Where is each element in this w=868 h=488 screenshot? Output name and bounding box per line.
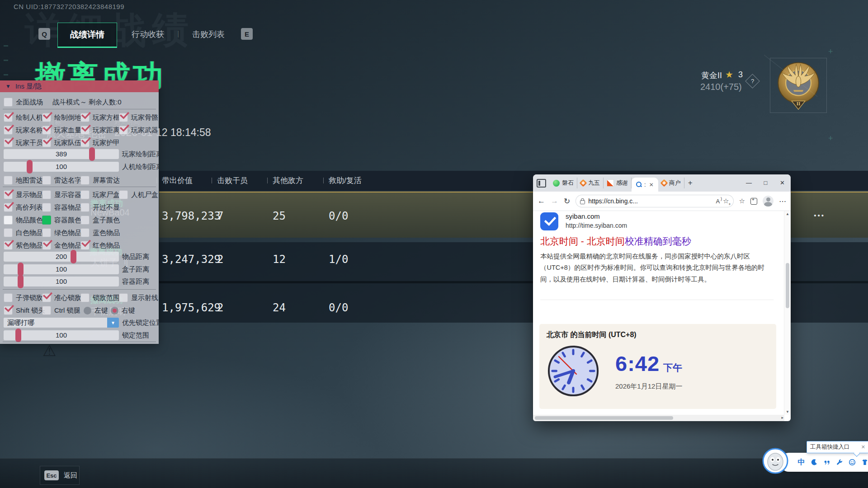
read-aloud-icon[interactable]: A <box>716 198 720 205</box>
scrollbar-thumb[interactable] <box>786 263 789 308</box>
ai-draw-distance-slider[interactable]: 100 <box>4 162 119 172</box>
smiley-icon[interactable] <box>848 459 856 466</box>
result-url[interactable]: http://time.syiban.com <box>566 222 627 229</box>
menu-checkbox[interactable]: 紫色物品 <box>4 240 43 251</box>
player-draw-distance-slider[interactable]: 389 <box>4 149 119 159</box>
url-text[interactable]: https://cn.bing.c... <box>588 197 712 205</box>
menu-checkbox[interactable]: 玩家武器 <box>119 125 158 136</box>
menu-checkbox[interactable]: 玩家血量 <box>42 125 81 136</box>
scroll-down-icon[interactable]: ▼ <box>784 410 791 414</box>
menu-checkbox[interactable]: 玩家距离 <box>80 125 120 136</box>
slider-handle[interactable] <box>15 328 21 342</box>
menu-checkbox[interactable]: 人机尸盒 <box>119 189 158 200</box>
container-distance-slider[interactable]: 100 <box>4 277 119 286</box>
menu-checkbox[interactable]: 地图雷达 <box>4 175 43 186</box>
menu-checkbox[interactable]: 玩家队伍 <box>42 137 81 148</box>
slider-handle[interactable] <box>89 147 95 161</box>
menu-checkbox[interactable]: 绿色物品 <box>42 227 81 238</box>
horizontal-scrollbar[interactable]: ▸ <box>533 415 784 421</box>
collections-icon[interactable] <box>750 198 757 205</box>
tab-battle-detail[interactable]: 战绩详情 <box>57 23 117 48</box>
browser-tab[interactable]: 磐石 <box>550 178 577 188</box>
menu-checkbox[interactable]: 玩家名称 <box>4 125 43 136</box>
slider-handle[interactable] <box>71 250 76 263</box>
menu-checkbox[interactable]: 高价列表 <box>4 202 43 213</box>
vertical-scrollbar[interactable]: ▲ ▼ <box>784 211 791 415</box>
chevron-down-icon[interactable]: ▼ <box>107 318 119 328</box>
box-distance-slider[interactable]: 100 <box>4 264 119 274</box>
cheat-menu-header[interactable]: ▼ Ins 显/隐 <box>0 80 159 92</box>
menu-checkbox[interactable]: 绘制倒地 <box>42 112 81 123</box>
slider-handle[interactable] <box>18 263 24 276</box>
color-picker[interactable]: 容器颜色 <box>42 215 81 225</box>
menu-checkbox[interactable]: 白色物品 <box>4 227 43 238</box>
close-icon[interactable]: ✕ <box>861 444 865 450</box>
menu-checkbox[interactable]: 子弹锁敌 <box>4 292 43 303</box>
menu-checkbox[interactable]: 全面战场 <box>4 97 43 108</box>
qq-avatar[interactable] <box>762 448 788 476</box>
menu-checkbox[interactable]: 玩家干员 <box>4 137 43 148</box>
tab-action-loot[interactable]: 行动收获 <box>121 23 175 46</box>
more-menu-icon[interactable]: ⋯ <box>779 197 786 206</box>
menu-checkbox[interactable]: 屏幕雷达 <box>80 175 120 186</box>
menu-checkbox[interactable]: 开过不显 <box>80 202 120 213</box>
back-button[interactable]: ← <box>538 197 545 206</box>
menu-checkbox[interactable]: Shift 锁头 <box>4 305 45 316</box>
menu-checkbox[interactable]: 玩家尸盒 <box>80 189 120 200</box>
forward-button[interactable]: → <box>551 197 558 206</box>
result-domain[interactable]: syiban.com <box>566 212 600 220</box>
new-tab-button[interactable]: + <box>688 178 693 188</box>
refresh-button[interactable]: ↻ <box>564 197 570 206</box>
slider-handle[interactable] <box>18 275 24 288</box>
row-more-button[interactable]: ••• <box>814 192 825 238</box>
priority-dropdown[interactable]: 漏哪打哪 ▼ <box>4 318 119 328</box>
menu-checkbox[interactable]: 显示射线 <box>119 292 158 303</box>
browser-tab[interactable]: 九五 <box>577 178 604 188</box>
chinese-input-icon[interactable]: 中 <box>797 459 805 466</box>
menu-checkbox[interactable]: 玩家骨骼 <box>119 112 158 123</box>
browser-tab-active[interactable]: :✕ <box>632 178 658 192</box>
color-picker[interactable]: 物品颜色 <box>4 215 43 225</box>
slider-handle[interactable] <box>27 160 33 174</box>
menu-checkbox[interactable]: 准心锁敌 <box>42 292 81 303</box>
menu-checkbox[interactable]: 绘制人机 <box>4 112 43 123</box>
scrollbar-thumb[interactable] <box>535 416 673 420</box>
browser-tab[interactable]: 商户 <box>658 178 684 188</box>
color-swatch[interactable] <box>4 216 13 225</box>
menu-checkbox[interactable]: 玩家护甲 <box>80 137 120 148</box>
menu-checkbox[interactable]: 显示容器 <box>42 189 81 200</box>
tab-kill-list[interactable]: 击败列表 <box>182 23 235 46</box>
close-button[interactable]: ✕ <box>774 174 791 192</box>
color-picker[interactable]: 盒子颜色 <box>80 215 120 225</box>
menu-checkbox[interactable]: 雷达名字 <box>42 175 81 186</box>
scroll-right-icon[interactable]: ▸ <box>781 415 783 420</box>
menu-checkbox[interactable]: Ctrl 锁腿 <box>42 305 80 316</box>
menu-checkbox[interactable]: 显示物品 <box>4 189 43 200</box>
tab-tray-icon[interactable] <box>537 179 546 188</box>
profile-avatar[interactable] <box>763 196 774 206</box>
favorite-add-icon[interactable]: ☆ <box>723 197 729 205</box>
address-bar[interactable]: https://cn.bing.c... A ☆ <box>576 195 733 207</box>
menu-checkbox[interactable]: 容器物品 <box>42 202 81 213</box>
menu-checkbox[interactable]: 金色物品 <box>42 240 81 251</box>
lock-range-slider[interactable]: 100 <box>4 330 119 340</box>
menu-checkbox[interactable]: 玩家方框 <box>80 112 120 123</box>
favorites-bar-icon[interactable]: ☆ <box>739 197 745 205</box>
moon-icon[interactable] <box>810 459 818 466</box>
menu-checkbox[interactable]: 锁敌范围 <box>80 292 120 303</box>
result-title-link[interactable]: 北京时间 - 北京时间校准精确到毫秒 <box>540 235 691 248</box>
menu-checkbox[interactable]: 蓝色物品 <box>80 227 120 238</box>
minimize-button[interactable]: — <box>741 174 757 192</box>
close-tab-icon[interactable]: ✕ <box>649 182 654 188</box>
color-swatch[interactable] <box>42 216 51 225</box>
item-distance-slider[interactable]: 200 <box>4 252 119 262</box>
site-favicon-check[interactable] <box>540 212 558 230</box>
maximize-button[interactable]: □ <box>757 174 774 192</box>
scroll-up-icon[interactable]: ▲ <box>784 212 791 216</box>
browser-tab[interactable]: 感谢 <box>604 178 632 188</box>
back-button[interactable]: Esc 返回 <box>40 466 80 485</box>
menu-checkbox[interactable]: 红色物品 <box>80 240 120 251</box>
shirt-icon[interactable] <box>861 459 868 466</box>
color-swatch[interactable] <box>80 216 90 225</box>
mouse-right-radio[interactable]: 右键 <box>111 305 135 316</box>
